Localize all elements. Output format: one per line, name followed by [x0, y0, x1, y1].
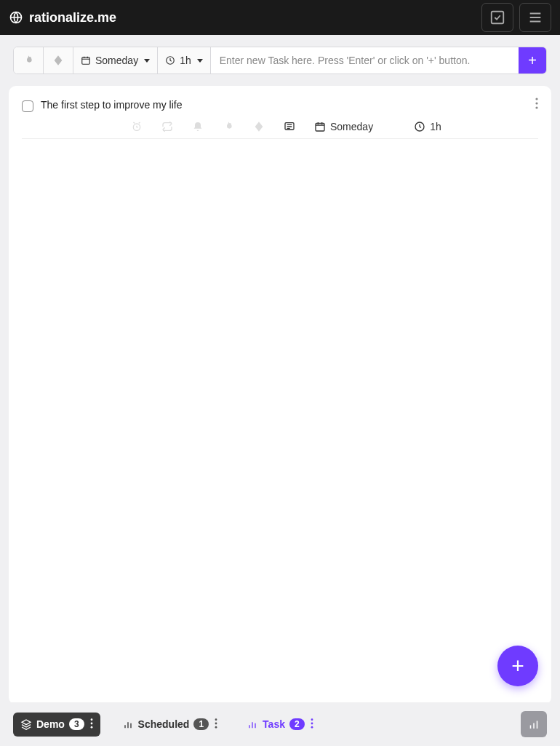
new-task-toolbar: Someday 1h +: [13, 47, 547, 74]
svg-point-4: [535, 98, 537, 100]
app-header: rationalize.me: [0, 0, 560, 35]
clock-icon: [414, 121, 425, 132]
scheduled-tab[interactable]: Scheduled 1: [115, 713, 225, 737]
task-badge: 2: [289, 718, 305, 730]
header-actions: [481, 3, 551, 32]
task-row[interactable]: The first step to improve my life: [22, 95, 538, 118]
bar-chart-icon: [527, 718, 540, 731]
bottom-right: [521, 711, 547, 737]
duration-meta[interactable]: 1h: [414, 121, 441, 132]
demo-menu-button[interactable]: [90, 718, 93, 731]
notes-meta[interactable]: [284, 121, 295, 132]
new-task-input[interactable]: [211, 47, 519, 74]
svg-point-6: [535, 106, 537, 108]
menu-button[interactable]: [519, 3, 551, 32]
demo-tab[interactable]: Demo 3: [13, 713, 100, 737]
priority-filter-button[interactable]: [44, 47, 73, 74]
task-label: Task: [263, 718, 285, 730]
calendar-icon: [314, 121, 326, 132]
tasks-view-button[interactable]: [481, 3, 513, 32]
task-list: The first step to improve my life: [9, 86, 551, 705]
calendar-icon: [81, 55, 91, 66]
reminder-meta[interactable]: [192, 121, 204, 132]
repeat-meta[interactable]: [161, 121, 173, 132]
svg-point-11: [90, 718, 92, 721]
plus-icon: +: [511, 654, 524, 678]
chevron-down-icon: [197, 59, 203, 63]
bell-icon: [192, 121, 204, 132]
schedule-dropdown[interactable]: Someday: [73, 47, 158, 74]
flame-icon: [23, 55, 34, 66]
schedule-label: Someday: [95, 55, 138, 66]
repeat-icon: [161, 121, 173, 132]
clock-icon: [165, 55, 175, 66]
alarm-icon: [131, 121, 143, 132]
priority-meta[interactable]: [253, 121, 265, 132]
task-menu-button[interactable]: [535, 98, 538, 109]
svg-point-16: [215, 726, 217, 728]
task-meta-row: Someday 1h: [22, 118, 538, 139]
hamburger-icon: [527, 9, 543, 25]
duration-value: 1h: [430, 121, 441, 132]
demo-label: Demo: [36, 718, 65, 730]
stats-button[interactable]: [521, 711, 547, 737]
svg-rect-2: [82, 57, 90, 64]
task-menu-button[interactable]: [311, 718, 313, 731]
kebab-icon: [90, 718, 93, 729]
bar-chart-icon: [247, 718, 258, 730]
svg-point-12: [90, 722, 92, 724]
flame-meta[interactable]: [223, 121, 234, 132]
task-title: The first step to improve my life: [41, 99, 183, 111]
svg-rect-1: [492, 12, 504, 24]
scheduled-badge: 1: [193, 718, 209, 730]
bottom-bar: Demo 3 Scheduled 1 Task 2: [0, 702, 560, 746]
plus-icon: +: [528, 52, 537, 69]
check-square-icon: [489, 9, 505, 25]
brand-text: rationalize.me: [29, 10, 116, 25]
duration-label: 1h: [180, 55, 191, 66]
svg-point-18: [311, 722, 313, 724]
svg-point-5: [535, 102, 537, 104]
svg-point-17: [311, 718, 313, 721]
notes-icon: [284, 121, 295, 132]
svg-point-13: [90, 726, 92, 728]
scheduled-menu-button[interactable]: [215, 718, 217, 731]
diamond-icon: [52, 55, 64, 66]
kebab-icon: [215, 718, 217, 729]
diamond-icon: [253, 121, 265, 132]
fab-add-button[interactable]: +: [497, 646, 538, 686]
svg-rect-9: [316, 123, 324, 131]
brand[interactable]: rationalize.me: [9, 10, 116, 25]
bar-chart-icon: [122, 718, 134, 730]
alarm-meta[interactable]: [131, 121, 143, 132]
kebab-icon: [535, 98, 538, 109]
flame-filter-button[interactable]: [14, 47, 44, 74]
scheduled-label: Scheduled: [138, 718, 190, 730]
schedule-meta[interactable]: Someday: [314, 121, 373, 132]
schedule-value: Someday: [330, 121, 373, 132]
duration-dropdown[interactable]: 1h: [158, 47, 211, 74]
task-checkbox[interactable]: [22, 100, 33, 112]
demo-badge: 3: [69, 718, 84, 730]
kebab-icon: [311, 718, 313, 729]
svg-point-19: [311, 726, 313, 728]
chevron-down-icon: [144, 59, 150, 63]
svg-point-15: [215, 722, 217, 724]
flame-icon: [223, 121, 234, 132]
add-task-button[interactable]: +: [519, 47, 546, 74]
layers-icon: [20, 718, 32, 730]
svg-point-14: [215, 718, 217, 721]
brand-logo-icon: [9, 10, 23, 25]
task-tab[interactable]: Task 2: [239, 713, 321, 737]
